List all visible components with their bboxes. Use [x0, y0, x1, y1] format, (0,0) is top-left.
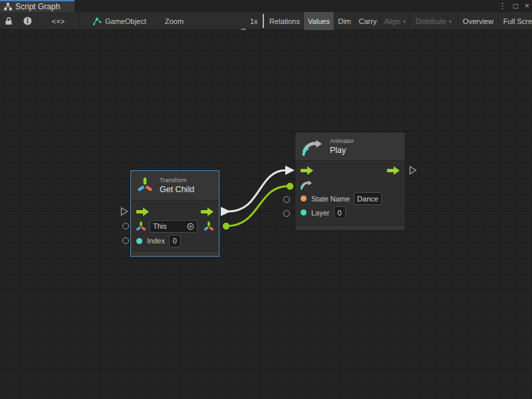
- code-view-icon: <×>: [52, 17, 65, 25]
- layer-value-field[interactable]: 0: [334, 206, 346, 219]
- state-name-label: State Name: [311, 195, 350, 203]
- play-external-flow-out-port[interactable]: [409, 166, 417, 175]
- animator-port-row: [295, 178, 405, 192]
- info-icon: [23, 17, 32, 25]
- node-title: Play: [330, 146, 354, 155]
- zoom-value: 1x: [250, 12, 258, 30]
- state-name-value-field[interactable]: Dance: [354, 192, 382, 205]
- flow-output-port[interactable]: [387, 166, 400, 175]
- get-child-external-flow-in-port[interactable]: [120, 207, 128, 216]
- maximize-button[interactable]: □: [513, 0, 518, 12]
- graph-name: GameObject: [105, 17, 146, 25]
- target-object-field[interactable]: This: [150, 220, 198, 233]
- lock-button[interactable]: [0, 12, 17, 30]
- lock-icon: [5, 17, 13, 25]
- node-get-child[interactable]: Transform Get Child: [130, 170, 219, 257]
- index-value-field[interactable]: 0: [169, 235, 181, 247]
- child-transform-output-port-icon[interactable]: [204, 221, 213, 231]
- carry-button[interactable]: Carry: [354, 12, 380, 30]
- index-port-row: Index 0: [131, 233, 219, 248]
- index-port[interactable]: [136, 238, 142, 244]
- animator-input-port-icon[interactable]: [301, 180, 312, 190]
- code-view-toggle-button[interactable]: <×>: [37, 12, 78, 30]
- chevron-down-icon: ▾: [449, 19, 452, 25]
- state-name-port[interactable]: [301, 196, 307, 201]
- dim-button[interactable]: Dim: [334, 12, 354, 30]
- values-button[interactable]: Values: [303, 12, 334, 30]
- zoom-label: Zoom: [165, 12, 184, 30]
- graph-reference[interactable]: GameObject: [92, 12, 146, 30]
- node-title: Get Child: [160, 185, 194, 194]
- gameobject-graph-icon: [92, 17, 102, 26]
- object-picker-icon[interactable]: [187, 223, 194, 230]
- play-external-layer-port[interactable]: [283, 210, 290, 217]
- align-dropdown[interactable]: Align▾: [380, 12, 409, 30]
- full-screen-button[interactable]: Full Screen: [498, 12, 532, 30]
- node-category: Transform: [160, 177, 194, 184]
- node-header[interactable]: Animator Play: [295, 132, 405, 161]
- relations-button[interactable]: Relations: [265, 12, 303, 30]
- node-category: Animator: [330, 138, 354, 144]
- get-child-external-index-port[interactable]: [122, 237, 129, 244]
- toolbar-divider: [263, 14, 264, 28]
- state-name-port-row: State Name Dance: [295, 192, 405, 205]
- flow-port-row: [295, 164, 405, 178]
- parent-port-row: This: [131, 219, 219, 233]
- flow-input-port[interactable]: [136, 207, 149, 216]
- transform-input-port-icon[interactable]: [136, 221, 146, 231]
- tab-title: Script Graph: [15, 2, 60, 11]
- index-label: Index: [147, 237, 165, 245]
- layer-port-row: Layer 0: [295, 205, 405, 219]
- flow-output-port[interactable]: [201, 207, 213, 216]
- layer-port[interactable]: [301, 209, 307, 215]
- play-external-state-name-port[interactable]: [283, 196, 290, 203]
- transform-icon: [138, 177, 152, 194]
- flow-port-row: [131, 204, 219, 219]
- overview-button[interactable]: Overview: [458, 12, 498, 30]
- script-graph-icon: [4, 3, 12, 11]
- node-header[interactable]: Transform Get Child: [131, 171, 219, 201]
- node-footer: [131, 251, 219, 256]
- layer-label: Layer: [311, 209, 330, 217]
- close-button[interactable]: ×: [525, 0, 529, 12]
- info-button[interactable]: [18, 12, 37, 30]
- node-animator-play[interactable]: Animator Play: [295, 132, 406, 231]
- tab-script-graph[interactable]: Script Graph: [0, 0, 74, 12]
- flow-input-port[interactable]: [301, 166, 313, 175]
- window-menu-button[interactable]: ⋮: [499, 0, 507, 12]
- get-child-external-this-port[interactable]: [122, 223, 129, 229]
- animator-icon: [302, 138, 323, 156]
- tab-bar: Script Graph ⋮ □ ×: [0, 0, 532, 12]
- chevron-down-icon: ▾: [403, 19, 406, 25]
- graph-canvas[interactable]: [0, 30, 532, 399]
- graph-toolbar: <×> GameObject Zoom 1x Relations Values: [0, 12, 532, 30]
- script-graph-window: Script Graph ⋮ □ × <×>: [0, 0, 532, 399]
- distribute-dropdown[interactable]: Distribute▾: [409, 12, 458, 30]
- node-footer: [295, 225, 405, 230]
